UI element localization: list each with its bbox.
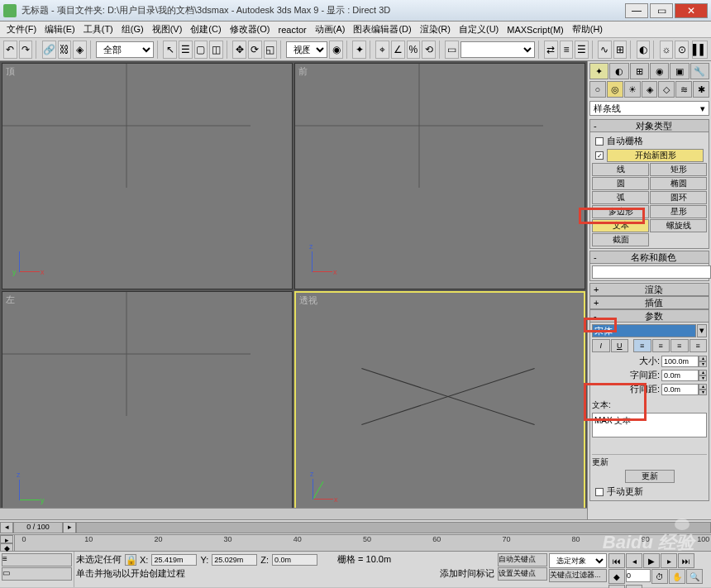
redo-button[interactable]: ↷ bbox=[19, 41, 33, 59]
minimize-button[interactable]: — bbox=[625, 3, 648, 18]
utilities-tab[interactable]: 🔧 bbox=[690, 63, 709, 79]
toolbar-scroll-button[interactable]: ▌▌ bbox=[692, 41, 708, 59]
align-right-button[interactable]: ≡ bbox=[670, 339, 689, 352]
update-button[interactable]: 更新 bbox=[625, 470, 675, 483]
angle-snap-button[interactable]: ∠ bbox=[391, 41, 405, 59]
menu-animation[interactable]: 动画(A) bbox=[312, 22, 349, 37]
kerning-input[interactable] bbox=[661, 370, 699, 381]
rendering-rollout-header[interactable]: +渲染 bbox=[589, 283, 709, 296]
max-viewport-button[interactable]: ▣ bbox=[626, 585, 642, 588]
align-button[interactable]: ≡ bbox=[560, 41, 574, 59]
line-button[interactable]: 线 bbox=[592, 163, 649, 176]
zoom-all-button[interactable]: ⊞ bbox=[608, 585, 625, 588]
quick-render-button[interactable]: ⊙ bbox=[675, 41, 689, 59]
play-button[interactable]: ▶ bbox=[643, 553, 660, 568]
menu-tools[interactable]: 工具(T) bbox=[80, 22, 117, 37]
kerning-up[interactable]: ▴ bbox=[699, 370, 707, 375]
ellipse-button[interactable]: 椭圆 bbox=[650, 177, 707, 190]
next-frame-button[interactable]: ▸ bbox=[63, 522, 76, 533]
material-editor-button[interactable]: ◐ bbox=[637, 41, 651, 59]
move-button[interactable]: ✥ bbox=[232, 41, 246, 59]
kerning-down[interactable]: ▾ bbox=[699, 375, 707, 381]
arc-button[interactable]: 弧 bbox=[592, 191, 649, 204]
named-selection-set[interactable] bbox=[460, 41, 535, 58]
menu-graph[interactable]: 图表编辑器(D) bbox=[350, 22, 414, 37]
trackbar-ruler[interactable]: 0 10 20 30 40 50 60 70 80 90 100 bbox=[15, 535, 711, 551]
menu-views[interactable]: 视图(V) bbox=[149, 22, 186, 37]
link-button[interactable]: 🔗 bbox=[42, 41, 56, 59]
text-input[interactable]: MAX 文本 bbox=[592, 413, 707, 437]
cameras-subtab[interactable]: ◈ bbox=[642, 81, 658, 98]
viewport-left[interactable]: 左 yz bbox=[2, 291, 293, 518]
leading-down[interactable]: ▾ bbox=[699, 390, 707, 395]
maxscript-mini-button[interactable]: ≡ bbox=[2, 553, 72, 566]
menu-maxscript[interactable]: MAXScript(M) bbox=[503, 23, 566, 36]
keyfilters-button[interactable]: 关键点过滤器... bbox=[549, 569, 607, 582]
lock-icon[interactable]: 🔒 bbox=[125, 554, 136, 566]
object-name-input[interactable] bbox=[592, 265, 711, 279]
display-tab[interactable]: ▣ bbox=[670, 63, 689, 79]
menu-edit[interactable]: 编辑(E) bbox=[41, 22, 79, 37]
viewport-front[interactable]: 前 xz bbox=[294, 63, 585, 289]
frame-slider[interactable]: 0 / 100 bbox=[13, 522, 63, 533]
setkey-button[interactable]: 设置关键点 bbox=[498, 567, 547, 581]
circle-button[interactable]: 圆 bbox=[592, 177, 649, 190]
listener-button[interactable]: ▭ bbox=[2, 567, 72, 581]
spacewarps-subtab[interactable]: ≋ bbox=[675, 81, 692, 98]
systems-subtab[interactable]: ✱ bbox=[693, 81, 709, 98]
menu-file[interactable]: 文件(F) bbox=[3, 22, 40, 37]
snap-button[interactable]: ⌖ bbox=[375, 41, 389, 59]
viewport-top[interactable]: 顶 xy bbox=[2, 63, 293, 289]
undo-button[interactable]: ↶ bbox=[3, 41, 17, 59]
prev-frame-button[interactable]: ◂ bbox=[0, 522, 13, 533]
helix-button[interactable]: 螺旋线 bbox=[650, 219, 707, 232]
menu-help[interactable]: 帮助(H) bbox=[569, 22, 606, 37]
unlink-button[interactable]: ⛓ bbox=[58, 41, 72, 59]
ref-coord-system[interactable]: 视图 bbox=[286, 41, 327, 58]
menu-create[interactable]: 创建(C) bbox=[187, 22, 224, 37]
prev-key-button[interactable]: ◂ bbox=[626, 553, 642, 568]
size-up[interactable]: ▴ bbox=[699, 356, 707, 361]
zoom-button[interactable]: 🔍 bbox=[686, 569, 703, 584]
layers-button[interactable]: ☰ bbox=[575, 41, 589, 59]
trackbar-key-button[interactable]: ◆ bbox=[0, 543, 13, 552]
named-selection-button[interactable]: ▭ bbox=[445, 41, 459, 59]
pivot-button[interactable]: ◉ bbox=[329, 41, 343, 59]
pan-button[interactable]: ✋ bbox=[669, 569, 685, 584]
percent-snap-button[interactable]: % bbox=[407, 41, 421, 59]
time-config-button[interactable]: ⏱ bbox=[651, 569, 668, 584]
donut-button[interactable]: 圆环 bbox=[650, 191, 707, 204]
render-scene-button[interactable]: ☼ bbox=[660, 41, 674, 59]
hierarchy-tab[interactable]: ⊞ bbox=[630, 63, 649, 79]
curve-editor-button[interactable]: ∿ bbox=[598, 41, 612, 59]
menu-rendering[interactable]: 渲染(R) bbox=[417, 22, 454, 37]
time-tag-label[interactable]: 添加时间标记 bbox=[440, 567, 494, 580]
next-key-button[interactable]: ▸ bbox=[661, 553, 677, 568]
goto-end-button[interactable]: ⏭ bbox=[678, 553, 694, 568]
current-frame-input[interactable] bbox=[626, 569, 651, 582]
startnewshape-button[interactable]: 开始新图形 bbox=[607, 149, 704, 162]
schematic-button[interactable]: ⊞ bbox=[613, 41, 627, 59]
manipulate-button[interactable]: ✦ bbox=[352, 41, 366, 59]
helpers-subtab[interactable]: ◇ bbox=[658, 81, 675, 98]
trackbar-toggle-button[interactable]: ▸ bbox=[0, 535, 13, 543]
manual-update-checkbox[interactable] bbox=[595, 488, 604, 496]
rectangle-button[interactable]: 矩形 bbox=[650, 163, 707, 176]
align-justify-button[interactable]: ≡ bbox=[690, 339, 708, 352]
leading-up[interactable]: ▴ bbox=[699, 384, 707, 390]
rotate-button[interactable]: ⟳ bbox=[248, 41, 262, 59]
star-button[interactable]: 星形 bbox=[650, 205, 707, 218]
ngon-button[interactable]: 多边形 bbox=[592, 205, 649, 218]
x-input[interactable] bbox=[151, 554, 197, 566]
lights-subtab[interactable]: ☀ bbox=[624, 81, 641, 98]
key-mode-button[interactable]: ◆ bbox=[608, 569, 625, 584]
goto-start-button[interactable]: ⏮ bbox=[608, 553, 625, 568]
autogrid-checkbox[interactable] bbox=[595, 137, 604, 146]
align-left-button[interactable]: ≡ bbox=[633, 339, 651, 352]
create-tab[interactable]: ✦ bbox=[589, 63, 608, 79]
font-dropdown-arrow[interactable]: ▾ bbox=[697, 324, 707, 337]
size-input[interactable] bbox=[661, 356, 699, 367]
modify-tab[interactable]: ◐ bbox=[609, 63, 628, 79]
scale-button[interactable]: ◱ bbox=[264, 41, 278, 59]
category-dropdown[interactable]: 样条线▾ bbox=[589, 101, 709, 116]
